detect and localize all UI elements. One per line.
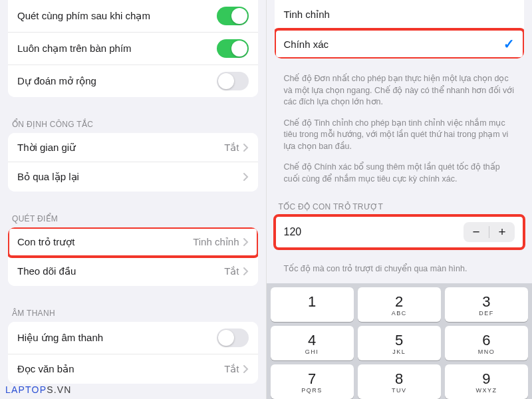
mode-section: Tinh chỉnhChính xác✓: [275, 0, 525, 59]
key-letters: JKL: [392, 348, 406, 355]
row-label: Thời gian giữ: [17, 142, 224, 154]
group-header: ÂM THANH: [0, 298, 266, 322]
row-label: Đọc văn bản: [17, 363, 224, 375]
key-number: 4: [308, 332, 316, 349]
toggle-switch[interactable]: [217, 329, 249, 347]
key-number: 6: [482, 332, 490, 349]
keypad-key-9[interactable]: 9WXYZ: [445, 364, 528, 399]
settings-row[interactable]: Quét cùng phím sau khi chạm: [8, 0, 258, 33]
key-number: 8: [395, 370, 403, 388]
group-header: QUÉT ĐIỂM: [0, 203, 266, 227]
row-label: Bỏ qua lặp lại: [17, 171, 239, 183]
key-number: 9: [482, 370, 490, 388]
row-value: Tinh chỉnh: [193, 236, 248, 248]
settings-row[interactable]: Dự đoán mở rộng: [8, 65, 258, 97]
row-value: [239, 173, 249, 181]
row-value: Tắt: [224, 265, 248, 277]
stepper-minus[interactable]: −: [464, 222, 489, 242]
key-number: 3: [482, 293, 490, 311]
settings-row[interactable]: Hiệu ứng âm thanh: [8, 322, 258, 354]
keypad-key-6[interactable]: 6MNO: [445, 326, 528, 360]
mode-note: Chế độ Đơn nhất cho phép bạn thực hiện m…: [267, 70, 533, 115]
key-letters: WXYZ: [475, 387, 497, 394]
key-letters: GHI: [305, 348, 319, 355]
left-pane: Quét cùng phím sau khi chạmLuôn chạm trê…: [0, 0, 266, 399]
settings-row[interactable]: Theo dõi đầuTắt: [8, 257, 258, 286]
settings-row[interactable]: Con trỏ trượtTinh chỉnh: [8, 227, 258, 257]
row-label: Quét cùng phím sau khi chạm: [17, 10, 217, 22]
speed-note: Tốc độ mà con trỏ trượt di chuyển qua mà…: [267, 261, 533, 282]
keypad-key-4[interactable]: 4GHI: [271, 326, 354, 360]
speed-header: TỐC ĐỘ CON TRỎ TRƯỢT: [267, 192, 533, 215]
key-number: 5: [395, 332, 403, 349]
numeric-keypad: 1 2ABC3DEF4GHI5JKL6MNO7PQRS8TUV9WXYZ: [267, 283, 533, 399]
key-number: 2: [395, 293, 403, 311]
speed-stepper: − +: [464, 222, 515, 242]
chevron-right-icon: [243, 173, 249, 181]
settings-section: Thời gian giữTắtBỏ qua lặp lại: [8, 133, 258, 192]
row-label: Luôn chạm trên bàn phím: [17, 43, 217, 55]
row-label: Theo dõi đầu: [17, 265, 224, 277]
chevron-right-icon: [243, 144, 249, 152]
mode-row[interactable]: Chính xác✓: [275, 29, 525, 59]
mode-label: Chính xác: [284, 39, 504, 50]
logo-a: LAPTOP: [5, 384, 47, 395]
chevron-right-icon: [243, 267, 249, 275]
checkmark-icon: ✓: [503, 36, 515, 52]
key-number: 7: [308, 370, 316, 388]
chevron-right-icon: [243, 238, 249, 246]
speed-section: 120 − +: [275, 215, 525, 249]
key-letters: TUV: [392, 387, 407, 394]
row-label: Hiệu ứng âm thanh: [17, 332, 217, 344]
keypad-key-8[interactable]: 8TUV: [358, 364, 441, 399]
keypad-key-2[interactable]: 2ABC: [358, 287, 441, 322]
speed-row: 120 − +: [275, 215, 525, 249]
speed-value: 120: [284, 226, 464, 238]
row-label: Con trỏ trượt: [17, 236, 193, 248]
mode-note: Chế độ Tinh chỉnh cho phép bạn tinh chỉn…: [267, 115, 533, 160]
keypad-key-1[interactable]: 1: [271, 287, 354, 322]
logo-b: S.VN: [47, 384, 71, 395]
settings-row[interactable]: Đọc văn bảnTắt: [8, 354, 258, 384]
settings-row[interactable]: Bỏ qua lặp lại: [8, 162, 258, 192]
key-letters: PQRS: [301, 387, 323, 394]
stepper-plus[interactable]: +: [489, 222, 515, 242]
keypad-key-5[interactable]: 5JKL: [358, 326, 441, 360]
chevron-right-icon: [243, 365, 249, 373]
mode-note: Chế độ Chính xác bổ sung thêm một lần qu…: [267, 159, 533, 192]
key-letters: DEF: [479, 310, 494, 317]
top-toggle-section: Quét cùng phím sau khi chạmLuôn chạm trê…: [8, 0, 258, 97]
toggle-switch[interactable]: [217, 7, 249, 25]
group-header: ỔN ĐỊNH CÔNG TẮC: [0, 109, 266, 133]
settings-section: Hiệu ứng âm thanhĐọc văn bảnTắt: [8, 322, 258, 384]
keypad-key-3[interactable]: 3DEF: [445, 287, 528, 322]
right-pane: Tinh chỉnhChính xác✓ Chế độ Đơn nhất cho…: [266, 0, 533, 399]
settings-row[interactable]: Luôn chạm trên bàn phím: [8, 33, 258, 65]
keypad-key-7[interactable]: 7PQRS: [271, 364, 354, 399]
key-letters: MNO: [478, 348, 495, 355]
toggle-switch[interactable]: [217, 72, 249, 90]
row-value: Tắt: [224, 142, 248, 154]
row-value: Tắt: [224, 363, 248, 375]
key-number: 1: [308, 293, 316, 311]
settings-section: Con trỏ trượtTinh chỉnhTheo dõi đầuTắt: [8, 227, 258, 286]
mode-label: Tinh chỉnh: [284, 9, 515, 21]
toggle-switch[interactable]: [217, 39, 249, 58]
mode-row[interactable]: Tinh chỉnh: [275, 0, 525, 29]
key-letters: ABC: [392, 310, 407, 317]
settings-row[interactable]: Thời gian giữTắt: [8, 133, 258, 162]
watermark-logo: LAPTOPS.VN: [5, 384, 72, 395]
row-label: Dự đoán mở rộng: [17, 75, 217, 87]
